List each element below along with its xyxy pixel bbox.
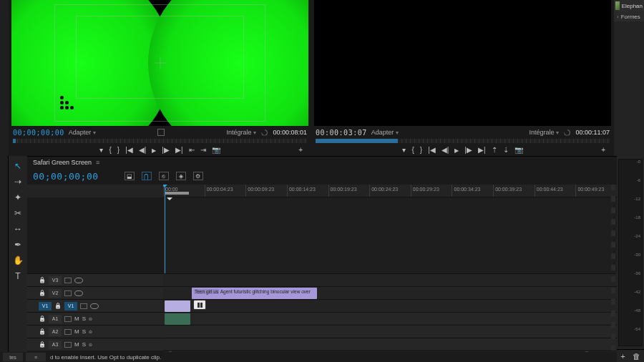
source-monitor-view[interactable] [11, 0, 308, 126]
mark-in-icon[interactable]: { [109, 147, 111, 154]
insert-icon[interactable]: ⇤ [189, 147, 195, 154]
solo-button[interactable]: S [82, 341, 86, 348]
play-icon[interactable] [454, 147, 459, 154]
track-header-a3[interactable]: A3 M S ⌾ [27, 338, 163, 351]
clip-v1[interactable] [165, 300, 190, 312]
go-out-icon[interactable]: ▶| [478, 147, 486, 154]
lane-a2[interactable] [163, 325, 617, 338]
step-fwd-icon[interactable]: |▶ [162, 147, 170, 154]
lane-a1[interactable] [163, 312, 617, 325]
hand-tool-icon[interactable]: ✋ [12, 255, 24, 266]
button-editor-icon[interactable]: + [298, 147, 303, 154]
eye-icon[interactable] [74, 290, 83, 296]
snap-toggle-icon[interactable]: ⋂ [142, 172, 152, 180]
step-fwd-icon[interactable]: |▶ [464, 147, 472, 154]
source-time-ruler[interactable] [13, 139, 307, 143]
sync-lock-icon[interactable] [64, 316, 72, 322]
program-time-ruler[interactable] [316, 139, 610, 143]
timeline-timecode[interactable]: 00;00;00;00 [33, 171, 99, 182]
track-header-v3[interactable]: V3 [27, 273, 163, 286]
lane-v1[interactable] [163, 299, 617, 312]
ripple-tool-icon[interactable]: ✦ [12, 192, 24, 203]
sync-lock-icon[interactable] [64, 278, 72, 283]
new-item-icon[interactable]: + [620, 352, 625, 361]
lane-v2[interactable]: Teen girl us Agent futuristic glitching … [163, 286, 617, 299]
go-in-icon[interactable]: |◀ [428, 147, 436, 154]
timeline-lanes[interactable]: 00:0000:00:04:2300:00:09:2300:00:14:2300… [163, 185, 617, 362]
program-monitor-view[interactable] [314, 0, 611, 126]
trash-icon[interactable]: 🗑 [633, 352, 640, 361]
track-header-v2[interactable]: V2 [27, 286, 163, 299]
lane-a3[interactable] [163, 338, 617, 351]
status-chip[interactable]: tes [3, 353, 23, 361]
timeline-ruler[interactable]: 00:0000:00:04:2300:00:09:2300:00:14:2300… [163, 185, 617, 197]
program-scale-dropdown[interactable]: Intégrale▾ [529, 129, 559, 136]
track-header-a1[interactable]: A1 M S ⌾ [27, 312, 163, 325]
lock-icon[interactable] [39, 315, 46, 322]
go-in-icon[interactable]: |◀ [125, 147, 133, 154]
clip-a1[interactable] [165, 313, 190, 325]
sync-lock-icon[interactable] [64, 329, 72, 335]
track-select-tool-icon[interactable]: ⇢ [12, 176, 24, 187]
sync-lock-icon[interactable] [64, 290, 72, 296]
sequence-tab[interactable]: Safari Green Screen [33, 159, 92, 166]
lock-icon[interactable] [39, 277, 46, 283]
slip-tool-icon[interactable]: ↔ [12, 223, 24, 235]
step-back-icon[interactable]: ◀| [441, 147, 449, 154]
bin-folder[interactable]: › Formes [614, 11, 644, 21]
lock-icon[interactable] [39, 341, 46, 348]
track-target[interactable]: V3 [49, 276, 62, 285]
play-icon[interactable] [152, 147, 156, 154]
solo-button[interactable]: S [82, 328, 86, 335]
mute-button[interactable]: M [74, 328, 79, 335]
source-timecode[interactable]: 00;00;00;00 [13, 129, 64, 137]
lift-icon[interactable]: ⇡ [492, 147, 497, 154]
step-back-icon[interactable]: ◀| [139, 147, 147, 154]
export-frame-icon[interactable]: 📷 [514, 147, 523, 154]
eye-icon[interactable] [74, 278, 83, 283]
overwrite-icon[interactable]: ⇥ [200, 147, 206, 154]
nest-toggle-icon[interactable]: ⬓ [125, 172, 135, 180]
track-header-v1[interactable]: V1 V1 [27, 299, 163, 312]
track-target[interactable]: V1 [64, 302, 77, 310]
settings-icon[interactable]: ⚙ [193, 172, 203, 180]
voiceover-icon[interactable]: ⌾ [89, 341, 92, 348]
export-frame-icon[interactable]: 📷 [212, 147, 220, 154]
eye-icon[interactable] [90, 303, 99, 309]
track-target[interactable]: A2 [49, 328, 62, 336]
add-marker-icon[interactable]: ▾ [402, 147, 406, 154]
lock-icon[interactable] [39, 328, 46, 335]
panel-menu-icon[interactable]: ≡ [96, 159, 99, 166]
mark-in-icon[interactable]: { [411, 147, 414, 154]
pen-tool-icon[interactable]: ✒ [12, 239, 24, 250]
wrench-icon[interactable] [260, 129, 268, 137]
mark-out-icon[interactable]: } [420, 147, 422, 154]
go-out-icon[interactable]: ▶| [175, 147, 183, 154]
marker-tool-icon[interactable]: ◈ [176, 172, 186, 180]
lock-icon[interactable] [39, 290, 46, 296]
add-marker-icon[interactable]: ▾ [99, 147, 103, 154]
source-resolution-icon[interactable] [157, 129, 165, 136]
selection-tool-icon[interactable]: ↖ [12, 160, 24, 172]
solo-button[interactable]: S [82, 315, 86, 322]
program-timecode[interactable]: 00:00:03:07 [316, 129, 367, 137]
type-tool-icon[interactable]: T [12, 270, 24, 282]
mark-out-icon[interactable]: } [117, 147, 119, 154]
voiceover-icon[interactable]: ⌾ [89, 328, 92, 335]
source-patch[interactable]: V1 [39, 302, 52, 310]
status-chip-2[interactable]: ≡ [26, 353, 46, 361]
track-header-a2[interactable]: A2 M S ⌾ [27, 325, 163, 338]
voiceover-icon[interactable]: ⌾ [89, 315, 92, 322]
sync-lock-icon[interactable] [64, 342, 72, 348]
bin-item[interactable]: Elephan [614, 0, 644, 11]
source-scale-dropdown[interactable]: Intégrale▾ [226, 129, 256, 136]
lock-icon[interactable] [54, 303, 62, 309]
work-area-bar[interactable] [165, 192, 189, 195]
track-target[interactable]: V2 [49, 289, 62, 298]
mute-button[interactable]: M [74, 315, 79, 322]
program-fit-dropdown[interactable]: Adapter▾ [371, 129, 399, 136]
extract-icon[interactable]: ⇣ [503, 147, 509, 154]
razor-tool-icon[interactable]: ✂ [12, 207, 24, 219]
sync-lock-icon[interactable] [80, 303, 87, 309]
wrench-icon[interactable] [563, 129, 571, 137]
